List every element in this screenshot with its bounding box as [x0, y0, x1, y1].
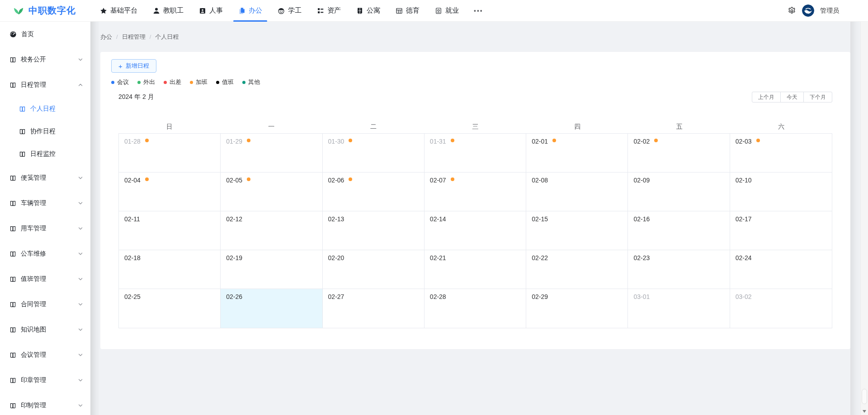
calendar-day-cell-02-14[interactable]: 02-14: [425, 211, 526, 250]
legend-item-出差: 出差: [164, 78, 181, 86]
nav-tab-基础平台[interactable]: 基础平台: [92, 0, 145, 22]
calendar-day-cell-02-08[interactable]: 02-08: [526, 173, 628, 211]
calendar-day-cell-01-28[interactable]: 01-28: [119, 134, 221, 173]
legend-dot: [164, 81, 167, 84]
breadcrumb-item-办公[interactable]: 办公: [100, 33, 112, 41]
today-button[interactable]: 今天: [780, 92, 804, 103]
weekday-label: 二: [322, 123, 425, 131]
nav-more-button[interactable]: •••: [467, 7, 491, 14]
sidebar-item-日程管理[interactable]: 日程管理: [0, 72, 90, 98]
star-icon: [100, 7, 107, 14]
nav-tab-资产[interactable]: 资产: [309, 0, 349, 22]
calendar-day-cell-02-04[interactable]: 02-04: [119, 173, 221, 211]
calendar-day-cell-02-25[interactable]: 02-25: [119, 289, 221, 328]
day-date-label: 02-14: [430, 215, 446, 223]
chevron-down-icon: [78, 302, 83, 307]
calendar-day-cell-02-21[interactable]: 02-21: [425, 250, 526, 289]
calendar-day-cell-02-07[interactable]: 02-07: [425, 173, 526, 211]
event-dot: [552, 139, 556, 142]
calendar-day-cell-02-27[interactable]: 02-27: [323, 289, 425, 328]
scroll-down-arrow-icon[interactable]: [863, 410, 866, 413]
calendar-day-cell-02-28[interactable]: 02-28: [425, 289, 526, 328]
settings-gear-icon[interactable]: [788, 6, 796, 15]
user-name[interactable]: 管理员: [820, 7, 839, 15]
calendar-day-cell-02-29[interactable]: 02-29: [526, 289, 628, 328]
sidebar-item-知识地图[interactable]: 知识地图: [0, 317, 90, 342]
sidebar-item-label: 日程管理: [21, 81, 46, 89]
add-schedule-button[interactable]: + 新增日程: [111, 59, 156, 73]
calendar-day-cell-02-26[interactable]: 02-26: [221, 289, 322, 328]
calendar-grid: 01-2801-2901-3001-3102-0102-0202-0302-04…: [118, 133, 832, 328]
sidebar-item-印章管理[interactable]: 印章管理: [0, 368, 90, 393]
sidebar-item-合同管理[interactable]: 合同管理: [0, 292, 90, 317]
calendar-day-cell-02-02[interactable]: 02-02: [628, 134, 730, 173]
nav-tab-学工[interactable]: 学工: [270, 0, 309, 22]
calendar-day-cell-02-09[interactable]: 02-09: [628, 173, 730, 211]
sidebar-item-校务公开[interactable]: 校务公开: [0, 47, 90, 72]
calendar-day-cell-03-01[interactable]: 03-01: [628, 289, 730, 328]
calendar-day-cell-02-13[interactable]: 02-13: [323, 211, 425, 250]
calendar-day-cell-01-29[interactable]: 01-29: [221, 134, 322, 173]
sidebar-item-公车维修[interactable]: 公车维修: [0, 241, 90, 266]
calendar-day-cell-02-15[interactable]: 02-15: [526, 211, 628, 250]
sidebar-item-印制管理[interactable]: 印制管理: [0, 393, 90, 415]
nav-tab-公寓[interactable]: 公寓: [349, 0, 388, 22]
sidebar-item-用车管理[interactable]: 用车管理: [0, 216, 90, 241]
book-icon: [9, 175, 16, 182]
calendar-day-cell-02-01[interactable]: 02-01: [526, 134, 628, 173]
day-date-label: 02-22: [532, 254, 548, 261]
chevron-down-icon: [78, 226, 83, 231]
calendar-day-cell-02-16[interactable]: 02-16: [628, 211, 730, 250]
calendar-day-cell-02-22[interactable]: 02-22: [526, 250, 628, 289]
calendar-day-cell-02-18[interactable]: 02-18: [119, 250, 221, 289]
prev-month-button[interactable]: 上个月: [752, 92, 781, 103]
event-dot: [247, 139, 250, 142]
calendar-day-cell-02-20[interactable]: 02-20: [323, 250, 425, 289]
calendar-day-cell-02-10[interactable]: 02-10: [730, 173, 832, 211]
nav-tab-德育[interactable]: 德育: [388, 0, 427, 22]
nav-tab-label: 人事: [209, 6, 223, 15]
calendar-day-cell-02-11[interactable]: 02-11: [119, 211, 221, 250]
sidebar-item-协作日程[interactable]: 协作日程: [0, 120, 90, 143]
sidebar-item-便笺管理[interactable]: 便笺管理: [0, 165, 90, 191]
legend-dot: [190, 81, 193, 84]
app-logo[interactable]: 中职数字化: [0, 5, 92, 17]
day-date-label: 01-30: [328, 138, 344, 145]
scrollbar-thumb[interactable]: [862, 389, 867, 404]
calendar-day-cell-02-12[interactable]: 02-12: [221, 211, 322, 250]
event-dot: [756, 139, 760, 142]
breadcrumb-item-日程管理[interactable]: 日程管理: [122, 33, 146, 41]
user-avatar[interactable]: [802, 5, 814, 17]
sidebar-item-会议管理[interactable]: 会议管理: [0, 342, 90, 368]
day-date-label: 02-24: [736, 254, 752, 261]
calendar-day-cell-02-24[interactable]: 02-24: [730, 250, 832, 289]
calendar-day-cell-02-17[interactable]: 02-17: [730, 211, 832, 250]
day-date-label: 02-18: [124, 254, 141, 261]
nav-tab-教职工[interactable]: 教职工: [145, 0, 191, 22]
legend-label: 其他: [248, 78, 260, 86]
book-icon: [19, 106, 26, 112]
day-date-label: 03-02: [736, 293, 752, 300]
nav-tab-办公[interactable]: 办公: [231, 0, 270, 22]
next-month-button[interactable]: 下个月: [803, 92, 832, 103]
day-date-label: 02-26: [226, 293, 242, 300]
calendar-day-cell-02-03[interactable]: 02-03: [730, 134, 832, 173]
calendar-day-cell-03-02[interactable]: 03-02: [730, 289, 832, 328]
calendar-day-cell-01-30[interactable]: 01-30: [323, 134, 425, 173]
sidebar-item-个人日程[interactable]: 个人日程: [0, 98, 90, 120]
event-dot: [451, 139, 454, 142]
nav-tab-人事[interactable]: 人事: [191, 0, 231, 22]
calendar-day-cell-01-31[interactable]: 01-31: [425, 134, 526, 173]
sidebar-item-日程监控[interactable]: 日程监控: [0, 143, 90, 165]
sidebar-item-车辆管理[interactable]: 车辆管理: [0, 191, 90, 216]
calendar-day-cell-02-06[interactable]: 02-06: [323, 173, 425, 211]
page-scrollbar[interactable]: [860, 22, 868, 415]
sidebar-item-首页[interactable]: 首页: [0, 22, 90, 47]
calendar-day-cell-02-19[interactable]: 02-19: [221, 250, 322, 289]
sidebar-item-值班管理[interactable]: 值班管理: [0, 266, 90, 292]
book-icon: [9, 225, 16, 232]
legend-dot: [137, 81, 141, 84]
nav-tab-就业[interactable]: 就业: [427, 0, 467, 22]
calendar-day-cell-02-23[interactable]: 02-23: [628, 250, 730, 289]
calendar-day-cell-02-05[interactable]: 02-05: [221, 173, 322, 211]
